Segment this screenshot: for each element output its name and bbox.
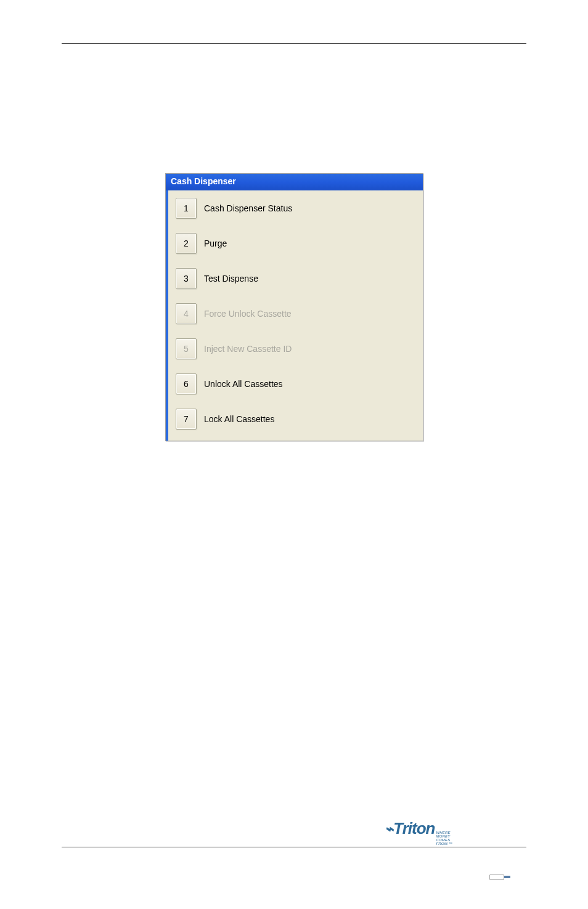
option-7-button[interactable]: 7 <box>176 409 197 430</box>
option-4-label: Force Unlock Cassette <box>204 309 292 319</box>
dialog-titlebar: Cash Dispenser <box>166 174 423 190</box>
menu-item-purge: 2 Purge <box>176 233 417 254</box>
logo-swoosh-icon: ⌁ <box>385 821 393 836</box>
option-3-button[interactable]: 3 <box>176 268 197 289</box>
option-1-button[interactable]: 1 <box>176 198 197 219</box>
page-divider-top <box>62 43 526 44</box>
option-6-label: Unlock All Cassettes <box>204 379 283 389</box>
option-3-label: Test Dispense <box>204 274 258 283</box>
triton-logo: ⌁ Triton WHERE MONEY COMES FROM.™ <box>385 819 452 846</box>
dialog-body: 1 Cash Dispenser Status 2 Purge 3 Test D… <box>166 190 423 441</box>
option-2-button[interactable]: 2 <box>176 233 197 254</box>
option-4-button: 4 <box>176 303 197 324</box>
option-5-button: 5 <box>176 338 197 359</box>
cash-dispenser-dialog: Cash Dispenser 1 Cash Dispenser Status 2… <box>165 173 423 441</box>
option-5-label: Inject New Cassette ID <box>204 344 292 354</box>
menu-item-lock-all-cassettes: 7 Lock All Cassettes <box>176 409 417 430</box>
option-6-button[interactable]: 6 <box>176 373 197 394</box>
logo-tagline: WHERE MONEY COMES FROM.™ <box>436 831 452 846</box>
option-1-label: Cash Dispenser Status <box>204 203 292 213</box>
page-divider-bottom <box>62 847 526 847</box>
option-2-label: Purge <box>204 238 227 248</box>
logo-badge-icon <box>489 874 507 879</box>
menu-item-cash-dispenser-status: 1 Cash Dispenser Status <box>176 198 417 219</box>
logo-brand-text: Triton <box>393 819 435 838</box>
menu-item-force-unlock-cassette: 4 Force Unlock Cassette <box>176 303 417 324</box>
dialog-title: Cash Dispenser <box>171 176 236 186</box>
menu-item-unlock-all-cassettes: 6 Unlock All Cassettes <box>176 373 417 394</box>
footer-logo-block: ⌁ Triton WHERE MONEY COMES FROM.™ <box>489 873 520 879</box>
menu-item-test-dispense: 3 Test Dispense <box>176 268 417 289</box>
option-7-label: Lock All Cassettes <box>204 414 274 424</box>
menu-item-inject-new-cassette-id: 5 Inject New Cassette ID <box>176 338 417 359</box>
